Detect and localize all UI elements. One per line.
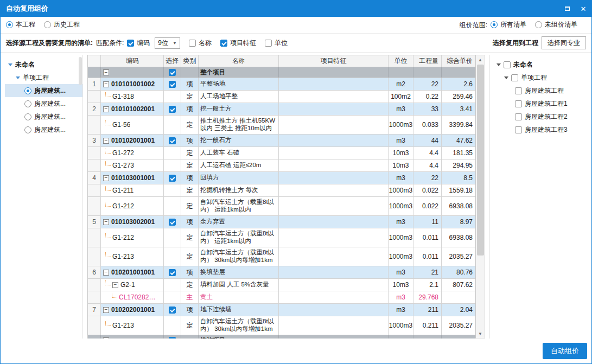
select-cell[interactable] (164, 147, 181, 159)
select-cell[interactable] (164, 228, 181, 247)
select-cell[interactable] (164, 91, 181, 103)
source-project-item[interactable]: 房屋建筑... (5, 97, 82, 110)
table-row[interactable]: G1-211定挖掘机转推土方 每次1000m30.0221559.18 (88, 184, 475, 197)
expand-toggle[interactable]: − (103, 69, 109, 75)
right-tree-root[interactable]: 未命名 (493, 58, 587, 71)
row-checkbox[interactable] (169, 337, 176, 339)
column-header[interactable]: 综合单价 (442, 55, 475, 67)
expand-toggle[interactable]: − (103, 175, 109, 181)
table-row[interactable]: CL170282…主黄土m329.768 (88, 291, 475, 304)
column-header[interactable]: 名称 (199, 55, 279, 67)
table-row[interactable]: 6−010201001001项换填垫层m32180.76 (88, 266, 475, 279)
table-row[interactable]: −整个项目 (88, 67, 475, 78)
table-row[interactable]: 4−010103001001项回填方m3228.5 (88, 172, 475, 184)
table-row[interactable]: 1−010101001002项平整场地m2222.6 (88, 78, 475, 91)
select-cell[interactable] (164, 184, 181, 196)
select-cell[interactable] (164, 247, 181, 266)
condition-checkbox[interactable] (265, 40, 272, 47)
select-cell[interactable] (164, 316, 181, 335)
table-row[interactable]: 5−010103002001项余方弃置m3118.97 (88, 216, 475, 228)
column-header[interactable]: 工程量 (413, 55, 442, 67)
table-row[interactable]: 7−010202001001项地下连续墙m32112.04 (88, 304, 475, 316)
table-row[interactable]: G1-213定自卸汽车运土方（载重8t以内） 30km以内每增加1km1000m… (88, 247, 475, 266)
scope-option[interactable]: 所有清单 (491, 20, 526, 29)
select-cell[interactable] (164, 135, 181, 146)
table-row[interactable]: G1-318定人工场地平整100m20.22259.46 (88, 91, 475, 103)
source-option[interactable]: 历史工程 (44, 20, 80, 29)
row-checkbox[interactable] (169, 175, 176, 182)
expand-toggle[interactable]: − (103, 270, 109, 276)
condition-checkbox[interactable] (220, 40, 227, 47)
left-tree-root[interactable]: 未命名 (5, 58, 82, 71)
root-checkbox[interactable] (504, 61, 511, 68)
expand-toggle[interactable]: − (103, 81, 109, 87)
select-cell[interactable] (164, 266, 181, 278)
target-project-checkbox[interactable] (515, 87, 522, 94)
column-header[interactable]: 编码 (101, 55, 164, 67)
right-tree-group[interactable]: 单项工程 (493, 71, 587, 84)
restore-button[interactable] (559, 1, 575, 17)
target-project-item[interactable]: 房屋建筑工程2 (493, 110, 587, 123)
same-specialty-button[interactable]: 选择同专业 (542, 36, 586, 49)
column-header[interactable]: 单位 (389, 55, 413, 67)
select-cell[interactable] (164, 197, 181, 215)
select-cell[interactable] (164, 216, 181, 228)
row-checkbox[interactable] (169, 137, 176, 144)
scrollbar-thumb[interactable] (477, 65, 484, 256)
table-row[interactable]: −G2-1定填料加固 人工 5%含灰量10m32.1807.62 (88, 279, 475, 291)
source-project-item[interactable]: 房屋建筑... (5, 110, 82, 123)
table-row[interactable]: 3−010102001001项挖一般石方m34447.62 (88, 135, 475, 147)
target-project-item[interactable]: 房屋建筑工程1 (493, 97, 587, 110)
scroll-up-icon[interactable]: ▲ (476, 55, 485, 64)
left-tree-group[interactable]: 单项工程 (5, 71, 82, 84)
expand-toggle[interactable]: − (103, 307, 109, 313)
table-row[interactable]: G1-212定自卸汽车运土方（载重8t以内） 运距1km以内1000m30.01… (88, 228, 475, 247)
select-cell[interactable] (164, 78, 181, 90)
expand-toggle[interactable]: − (112, 282, 118, 288)
select-cell[interactable] (164, 172, 181, 184)
condition-checkbox[interactable] (189, 40, 196, 47)
column-header[interactable]: 选择 (164, 55, 181, 67)
table-row[interactable]: G1-56定推土机推土方 推土机55KW以内 三类土 推距10m以内1000m3… (88, 116, 475, 135)
column-header[interactable]: 项目特征 (279, 55, 389, 67)
target-project-item[interactable]: 房屋建筑工程3 (493, 123, 587, 136)
expand-toggle[interactable]: − (103, 106, 109, 112)
target-project-item[interactable]: 房屋建筑工程 (493, 84, 587, 97)
select-cell[interactable] (164, 103, 181, 115)
select-cell[interactable] (164, 116, 181, 134)
table-row[interactable]: 2−010101002001项挖一般土方m3333.41 (88, 103, 475, 116)
row-checkbox[interactable] (169, 106, 176, 113)
condition-checkbox[interactable] (127, 40, 134, 47)
row-checkbox[interactable] (169, 269, 176, 276)
table-row[interactable]: G1-213定自卸汽车运土方（载重8t以内） 30km以内每增加1km1000m… (88, 316, 475, 335)
source-project-item[interactable]: 房屋建筑... (5, 84, 82, 97)
column-header[interactable]: 类别 (181, 55, 199, 67)
row-checkbox[interactable] (169, 69, 176, 76)
table-row[interactable]: G1-273定人工运石碴 运距≤20m10m34.4294.95 (88, 159, 475, 172)
row-checkbox[interactable] (169, 219, 176, 226)
close-button[interactable]: ✕ (575, 1, 591, 17)
left-panel-scrollbar[interactable] (79, 57, 82, 85)
target-project-checkbox[interactable] (515, 113, 522, 120)
expand-toggle[interactable]: − (103, 219, 109, 225)
select-cell[interactable] (164, 304, 181, 316)
row-checkbox[interactable] (169, 81, 176, 88)
select-cell[interactable] (164, 67, 181, 78)
select-cell[interactable] (164, 291, 181, 303)
select-cell[interactable] (164, 279, 181, 291)
table-row[interactable]: G1-272定人工装车 石碴10m34.4181.35 (88, 147, 475, 159)
scroll-down-icon[interactable]: ▼ (476, 329, 485, 338)
table-row[interactable]: G1-212定自卸汽车运土方（载重8t以内） 运距1km以内1000m30.02… (88, 197, 475, 216)
target-project-checkbox[interactable] (515, 126, 522, 133)
code-digits-select[interactable]: 9位▼ (155, 37, 180, 49)
row-checkbox[interactable] (169, 306, 176, 314)
select-cell[interactable] (164, 159, 181, 171)
target-project-checkbox[interactable] (515, 100, 522, 107)
group-checkbox[interactable] (511, 74, 518, 81)
table-vertical-scrollbar[interactable]: ▲ ▼ (476, 55, 485, 339)
scope-option[interactable]: 未组价清单 (535, 20, 577, 29)
source-option[interactable]: 本工程 (6, 20, 35, 29)
expand-toggle[interactable]: − (103, 138, 109, 144)
source-project-item[interactable]: 房屋建筑... (5, 123, 82, 136)
auto-price-button[interactable]: 自动组价 (543, 343, 587, 359)
